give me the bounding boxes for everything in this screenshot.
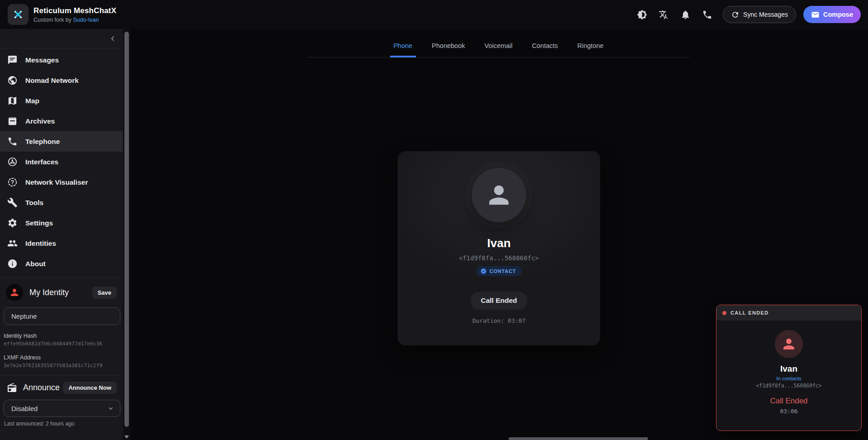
- wrench-icon: [7, 197, 18, 208]
- last-announced-text: Last announced: 2 hours ago: [4, 421, 123, 427]
- contact-badge-label: CONTACT: [489, 268, 516, 274]
- sidebar-scrollbar[interactable]: [123, 29, 130, 440]
- page-title: Reticulum MeshChatX: [33, 6, 116, 15]
- sidebar-item-settings[interactable]: Settings: [0, 213, 123, 233]
- scrollbar-thumb[interactable]: [124, 32, 129, 427]
- app-header: Reticulum MeshChatX Custom fork by Sudo-…: [0, 0, 868, 29]
- bell-icon: [680, 10, 691, 20]
- sidebar-item-label: Interfaces: [25, 158, 58, 166]
- red-dot-icon: [722, 311, 726, 315]
- sidebar: Messages Nomad Network Map Archives Tele…: [0, 29, 123, 440]
- person-icon: [9, 287, 20, 298]
- call-status-pill: Call Ended: [470, 292, 527, 310]
- tab-ringtone[interactable]: Ringtone: [577, 39, 604, 57]
- notification-call-time: 03:06: [780, 408, 797, 415]
- translate-icon: [659, 10, 669, 20]
- announce-interval-select[interactable]: Disabled: [4, 400, 120, 417]
- sidebar-item-label: Nomad Network: [25, 77, 79, 85]
- sidebar-item-map[interactable]: Map: [0, 91, 123, 111]
- sidebar-item-label: Map: [25, 97, 39, 105]
- identity-hash-value: effe95b0482d7b6c04844977d17e0c36: [4, 341, 123, 347]
- tab-phone[interactable]: Phone: [393, 39, 413, 57]
- notification-body: Ivan In contacts <f1d9f8fa...560860fc> C…: [716, 320, 861, 415]
- sidebar-collapse-row: [0, 29, 123, 48]
- horizontal-scrollbar-thumb[interactable]: [509, 437, 648, 440]
- announce-now-button[interactable]: Announce Now: [63, 382, 117, 394]
- contact-badge: CONTACT: [476, 266, 522, 276]
- identity-name-input[interactable]: [4, 307, 120, 325]
- identity-hash-label: Identity Hash: [4, 333, 123, 339]
- notification-header: CALL ENDED: [716, 305, 861, 320]
- archive-icon: [7, 116, 18, 126]
- sidebar-item-interfaces[interactable]: Interfaces: [0, 152, 123, 172]
- chevron-down-icon: [107, 405, 114, 412]
- notification-caller-name: Ivan: [780, 364, 797, 374]
- notification-caller-hash: <f1d9f8fa...560860fc>: [756, 383, 821, 389]
- my-identity-section: My Identity Save: [0, 278, 123, 306]
- caller-name: Ivan: [487, 236, 511, 250]
- call-duration: Duration: 03:07: [472, 317, 525, 324]
- tabbar-divider: [307, 57, 690, 57]
- sidebar-item-label: Settings: [25, 219, 53, 227]
- verified-icon: [480, 268, 487, 274]
- subtitle-text: Custom fork by: [33, 17, 73, 23]
- phone-icon: [702, 10, 712, 20]
- announce-section: Announce Announce Now: [0, 376, 123, 399]
- network-visualiser-icon: ?: [7, 177, 18, 187]
- sidebar-item-label: Telephone: [25, 138, 60, 146]
- sync-messages-label: Sync Messages: [743, 11, 788, 18]
- phone-icon: [7, 136, 18, 147]
- phone-tabbar: Phone Phonebook Voicemail Contacts Ringt…: [307, 39, 690, 57]
- sidebar-item-telephone[interactable]: Telephone: [0, 131, 123, 152]
- in-contacts-label: In contacts: [776, 376, 802, 381]
- app-subtitle: Custom fork by Sudo-Ivan: [33, 17, 116, 23]
- theme-brightness-button[interactable]: [632, 5, 651, 24]
- people-icon: [7, 238, 18, 249]
- person-icon: [484, 181, 513, 210]
- language-button[interactable]: [654, 5, 673, 24]
- notification-title: CALL ENDED: [730, 310, 769, 316]
- calls-button[interactable]: [697, 5, 716, 24]
- svg-text:?: ?: [11, 179, 14, 186]
- sidebar-item-tools[interactable]: Tools: [0, 192, 123, 213]
- sidebar-item-label: Archives: [25, 117, 55, 125]
- globe-icon: [7, 75, 18, 86]
- lxmf-address-label: LXMF Address: [4, 354, 123, 361]
- save-button[interactable]: Save: [92, 287, 117, 299]
- sidebar-item-label: Tools: [25, 199, 43, 207]
- sidebar-item-label: Identities: [25, 239, 56, 248]
- announce-title: Announce: [23, 383, 60, 392]
- notification-avatar: [775, 330, 803, 358]
- sidebar-item-label: Network Visualiser: [25, 178, 88, 187]
- notification-status: Call Ended: [770, 397, 807, 406]
- x-logo-icon: [12, 8, 24, 21]
- sidebar-item-nomad-network[interactable]: Nomad Network: [0, 70, 123, 91]
- sidebar-item-identities[interactable]: Identities: [0, 233, 123, 253]
- tab-phonebook[interactable]: Phonebook: [432, 39, 465, 57]
- map-icon: [7, 96, 18, 106]
- compose-button[interactable]: Compose: [803, 6, 861, 23]
- tab-voicemail[interactable]: Voicemail: [484, 39, 513, 57]
- call-ended-notification[interactable]: CALL ENDED Ivan In contacts <f1d9f8fa...…: [716, 305, 862, 431]
- sidebar-item-messages[interactable]: Messages: [0, 50, 123, 70]
- info-icon: [7, 258, 18, 269]
- my-identity-title: My Identity: [29, 288, 69, 297]
- caller-avatar: [472, 168, 526, 222]
- sidebar-item-about[interactable]: About: [0, 253, 123, 274]
- radio-icon: [7, 383, 17, 393]
- gear-icon: [7, 218, 18, 228]
- sidebar-item-network-visualiser[interactable]: ? Network Visualiser: [0, 172, 123, 192]
- lxmf-address-value: 3e7e2e37621635587fb83a381c71c2f9: [4, 363, 123, 368]
- sidebar-item-archives[interactable]: Archives: [0, 111, 123, 131]
- sync-messages-button[interactable]: Sync Messages: [723, 6, 796, 23]
- caller-hash: <f1d9f8fa...560860fc>: [459, 254, 539, 262]
- chevron-left-icon[interactable]: [109, 34, 117, 43]
- tab-contacts[interactable]: Contacts: [531, 39, 558, 57]
- hub-icon: [7, 157, 18, 167]
- call-card: Ivan <f1d9f8fa...560860fc> CONTACT Call …: [398, 151, 600, 345]
- envelope-icon: [811, 10, 820, 19]
- app-logo: [8, 4, 28, 25]
- notifications-button[interactable]: [676, 5, 695, 24]
- scrollbar-down-arrow[interactable]: [124, 435, 129, 439]
- subtitle-author-link[interactable]: Sudo-Ivan: [73, 17, 99, 23]
